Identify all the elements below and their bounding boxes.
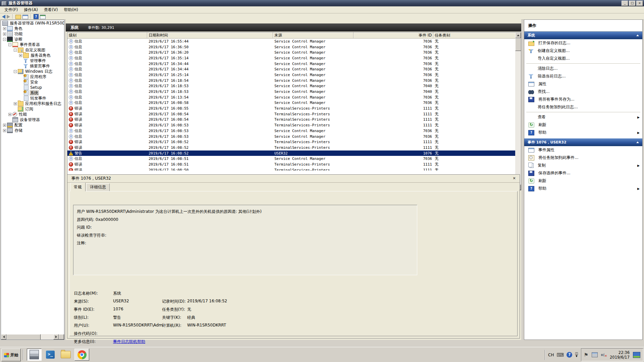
export-icon[interactable] [15,15,21,19]
event-row[interactable]: 信息 2019/6/17 16:18:53 Service Control Ma… [67,83,516,89]
action-attach-task-to-event[interactable]: 将任务附加到此事件... [524,154,642,162]
tree-item-setup-log[interactable]: Setup [1,85,64,90]
tree-item-server-manager-root[interactable]: 服务器管理器 (WIN-R1SR50DKRR [1,20,64,26]
forward-icon[interactable] [7,15,10,19]
event-row[interactable]: 错误 2019/6/17 16:08:54 TerminalServices-P… [67,111,516,117]
event-row[interactable]: 信息 2019/6/17 16:18:53 Service Control Ma… [67,89,516,95]
action-import-custom-view[interactable]: 导入自定义视图... [524,55,642,62]
action-group-system-log-actions[interactable]: 系统 [524,32,642,39]
tree-item-system-log[interactable]: 系统 [1,90,64,96]
column-header-3[interactable]: 事件 ID [354,33,433,39]
collapse-icon[interactable] [636,141,639,143]
taskbar-button-explorer[interactable] [59,349,72,361]
event-row[interactable]: 信息 2019/6/17 16:36:20 Service Control Ma… [67,50,516,55]
tree-expander[interactable]: + [3,33,6,36]
action-pane-icon[interactable] [40,15,46,19]
event-row[interactable]: 信息 2019/6/17 16:35:14 Service Control Ma… [67,55,516,61]
tree-item-forwarded-events[interactable]: 转发事件 [1,96,64,101]
tab-details[interactable]: 详细信息 [86,183,110,191]
scroll-thumb[interactable] [6,334,41,340]
collapse-icon[interactable] [636,35,639,36]
tree-expander[interactable]: + [3,129,6,132]
tree-item-custom-views[interactable]: - 自定义视图 [1,47,64,53]
start-button[interactable]: 开始 [1,349,21,361]
event-row[interactable]: 信息 2019/6/17 16:25:14 Service Control Ma… [67,72,516,78]
event-row[interactable]: 错误 2019/6/17 16:08:52 TerminalServices-P… [67,145,516,150]
event-row[interactable]: 信息 2019/6/17 16:55:44 Service Control Ma… [67,39,516,44]
tree-horizontal-scrollbar[interactable] [1,334,64,340]
column-header-2[interactable]: 来源 [273,33,354,39]
tree-expander[interactable]: + [14,102,17,105]
event-row[interactable]: 信息 2019/6/17 16:36:50 Service Control Ma… [67,44,516,50]
tree-expander[interactable]: - [8,43,11,46]
event-row[interactable]: 信息 2019/6/17 16:18:54 Service Control Ma… [67,78,516,83]
menu-help[interactable]: 帮助(H) [61,6,81,13]
tree-expander[interactable]: - [14,49,17,52]
tree-expander[interactable]: + [19,54,22,57]
action-refresh[interactable]: 刷新 [524,177,642,185]
menu-action[interactable]: 操作(A) [21,6,41,13]
event-row[interactable]: 错误 2019/6/17 16:08:53 TerminalServices-P… [67,122,516,128]
action-refresh[interactable]: 刷新 [524,121,642,129]
event-row[interactable]: 信息 2019/6/17 16:08:53 Service Control Ma… [67,134,516,139]
tree-item-windows-logs[interactable]: - Windows 日志 [1,69,64,74]
close-button[interactable]: × [636,1,643,6]
action-clear-log[interactable]: 清除日志... [524,65,642,72]
action-group-event-actions[interactable]: 事件 1076，USER32 [524,138,642,146]
tree-item-diagnostics[interactable]: - 诊断 [1,37,64,42]
keyboard-icon[interactable]: ⌨ [556,352,564,358]
tree-item-features[interactable]: + 功能 [1,31,64,37]
tree-item-performance[interactable]: + 性能 [1,112,64,117]
tree-item-device-manager[interactable]: 设备管理器 [1,117,64,122]
column-header-1[interactable]: 日期和时间 [147,33,273,39]
event-row[interactable]: 错误 2019/6/17 16:08:51 TerminalServices-P… [67,162,516,167]
tree-expander[interactable]: - [3,38,6,41]
tree-expander[interactable]: - [14,70,17,73]
event-row[interactable]: 错误 2019/6/17 16:08:54 TerminalServices-P… [67,117,516,123]
scroll-up-button[interactable] [515,33,521,38]
language-indicator[interactable]: CH [548,353,554,357]
tree-item-summary-events[interactable]: 摘要页事件 [1,63,64,69]
tree-item-roles[interactable]: + 角色 [1,26,64,31]
action-open-saved-log[interactable]: 打开保存的日志... [524,39,642,47]
menu-view[interactable]: 查看(V) [41,6,61,13]
event-list-scrollbar[interactable] [515,33,521,190]
action-filter-current-log[interactable]: 筛选当前日志... [524,72,642,80]
tree-expander[interactable]: + [3,124,6,127]
action-attach-task-to-log[interactable]: 将任务附加到此日志... [524,103,642,111]
event-log-online-help-link[interactable]: 事件日志联机帮助 [113,339,145,345]
event-row[interactable]: 信息 2019/6/17 16:34:44 Service Control Ma… [67,66,516,72]
tree-item-storage[interactable]: + 存储 [1,128,64,133]
console-tree-icon[interactable] [22,15,28,19]
action-properties[interactable]: 属性 [524,80,642,88]
tree-expander[interactable]: + [8,113,11,116]
event-row[interactable]: 信息 2019/6/17 16:08:58 Service Control Ma… [67,100,516,106]
menu-file[interactable]: 文件(F) [1,6,21,13]
event-row[interactable]: 错误 2019/6/17 16:08:50 TerminalServices-P… [67,167,516,171]
action-help[interactable]: 帮助 ▶ [524,129,642,136]
event-row[interactable]: 信息 2019/6/17 16:08:53 Service Control Ma… [67,128,516,134]
action-copy[interactable]: 复制 ▶ [524,162,642,169]
action-save-selected-events[interactable]: 保存选择的事件... [524,169,642,177]
action-save-all-events-as[interactable]: 将所有事件另存为... [524,96,642,103]
restore-pane-icon[interactable]: ◫▼ [575,352,578,358]
tree-item-server-roles[interactable]: + 服务器角色 [1,53,64,58]
scroll-left-button[interactable] [1,334,6,340]
network-icon[interactable] [592,352,598,357]
taskbar-button-chrome[interactable] [74,349,89,361]
event-row[interactable]: 信息 2019/6/17 16:08:51 Service Control Ma… [67,156,516,162]
tree-item-application-log[interactable]: 应用程序 [1,74,64,79]
tree-item-subscriptions[interactable]: 订阅 [1,106,64,112]
tree-expander[interactable]: + [3,27,6,30]
show-desktop-icon[interactable] [633,352,640,358]
scroll-thumb[interactable] [515,38,521,51]
minimize-button[interactable]: _ [622,1,628,6]
tree-item-security-log[interactable]: 安全 [1,79,64,85]
event-row[interactable]: 警告 2019/6/17 16:08:52 USER32 1076 无 [67,150,516,156]
event-row[interactable]: 错误 2019/6/17 16:08:52 TerminalServices-P… [67,139,516,145]
help-tray-icon[interactable]: ? [567,352,572,358]
action-view[interactable]: 查看 ▶ [524,113,642,121]
tree-item-configuration[interactable]: + 配置 [1,122,64,128]
tab-general[interactable]: 常规 [70,183,86,191]
flag-notification-icon[interactable]: ⚑ [584,352,588,358]
